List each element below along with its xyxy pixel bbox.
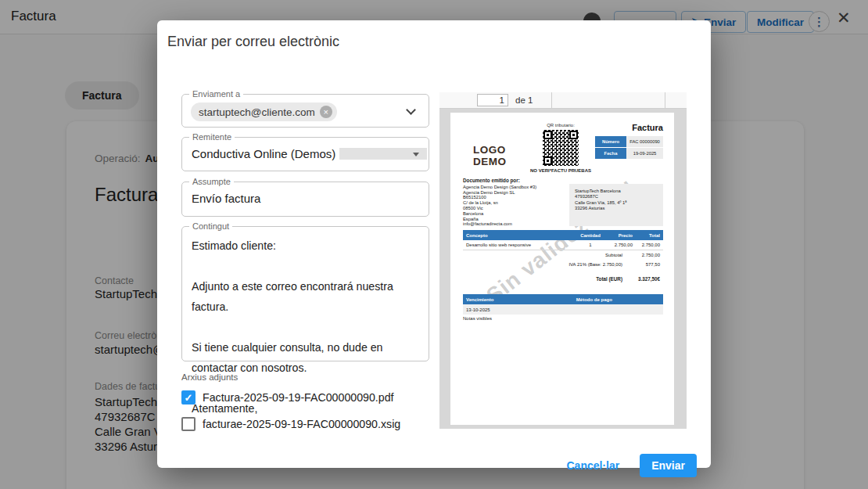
attachment-checkbox[interactable]: [181, 390, 195, 405]
issuer-block: Documento emitido por: Agencia Demo Desi…: [463, 178, 536, 227]
attachments-label: Arxius adjunts: [181, 372, 238, 382]
summary-row: IVA 21% (Base: 2.750,00) 577,50: [463, 260, 663, 269]
send-email-dialog: Enviar per correu electrònic Enviament a…: [157, 20, 711, 468]
attachment-name: facturae-2025-09-19-FAC00000090.xsig: [203, 418, 400, 430]
recipient-field[interactable]: Enviament a startuptech@cliente.com ×: [181, 94, 429, 128]
invoice-page: Sin validez legal LOGO DEMO QR tributari…: [450, 113, 674, 425]
screen: Factura ➤ Enviar Modificar ⋮ ✕ Factura O…: [0, 0, 868, 489]
meta-label: Fecha: [595, 148, 626, 159]
qr-label: QR tributario:: [525, 123, 596, 128]
chevron-down-icon[interactable]: [406, 105, 416, 115]
meta-label: Número: [595, 136, 626, 147]
company-logo: LOGO DEMO: [473, 144, 507, 167]
attachment-row[interactable]: Factura-2025-09-19-FAC00000090.pdf: [181, 388, 432, 407]
message-body-label: Contingut: [189, 221, 232, 231]
sender-field-label: Remitente: [189, 132, 235, 142]
subject-field-label: Assumpte: [189, 177, 234, 186]
send-button[interactable]: Enviar: [640, 454, 697, 477]
cancel-button[interactable]: Cancel·lar: [566, 459, 619, 472]
sender-field[interactable]: Remitente Conductiva Online (Demos): [181, 137, 429, 171]
payment-table: Vencimiento Método de pago 13-10-2025: [463, 294, 663, 315]
message-body-field[interactable]: Contingut Estimado cliente: Adjunto a es…: [181, 226, 429, 361]
summary-row: Subtotal 2.750,00: [463, 250, 663, 260]
recipient-chip-text: startuptech@cliente.com: [199, 106, 315, 118]
attachment-name: Factura-2025-09-19-FAC00000090.pdf: [203, 391, 394, 404]
invoice-notes: Notas visibles: [463, 316, 492, 321]
client-block: StartupTech Barcelona 47932687C Calle Gr…: [569, 184, 663, 226]
subject-value: Envío factura: [192, 192, 260, 205]
recipient-field-label: Enviament a: [189, 89, 243, 99]
qr-caption: NO VERI*FACTU PRUEBAS: [510, 168, 612, 173]
attachment-checkbox[interactable]: [181, 417, 195, 431]
page-count-label: de 1: [515, 95, 533, 105]
meta-value: FAC 00000090: [626, 136, 663, 147]
invoice-meta-table: Número FAC 00000090 Fecha 19-09-2025: [595, 136, 663, 160]
meta-value: 19-09-2025: [626, 148, 663, 159]
sender-value: Conductiva Online (Demos): [192, 147, 427, 160]
pdf-preview-pane: de 1 Sin validez legal LOGO DEMO QR trib…: [439, 92, 687, 429]
pdf-toolbar: de 1: [439, 92, 687, 109]
attachment-row[interactable]: facturae-2025-09-19-FAC00000090.xsig: [181, 415, 432, 433]
page-number-input[interactable]: [477, 94, 508, 106]
toolbar-divider: [665, 92, 665, 108]
dialog-footer: Cancel·lar Enviar: [566, 454, 697, 477]
item-row: Desarrollo sitio web responsive 1 2.750,…: [463, 240, 663, 250]
summary-total-row: Total (EUR) 3.327,50€: [463, 273, 663, 284]
dialog-title: Enviar per correu electrònic: [167, 34, 339, 50]
qr-code: [543, 130, 579, 166]
subject-field[interactable]: Assumpte Envío factura: [181, 182, 429, 217]
toolbar-divider: [551, 92, 552, 108]
pdf-document-area[interactable]: Sin validez legal LOGO DEMO QR tributari…: [439, 109, 687, 429]
recipient-chip[interactable]: startuptech@cliente.com ×: [191, 102, 337, 121]
items-table: Concepto Cantidad Precio Total Desarroll…: [463, 230, 663, 284]
invoice-doc-title: Factura: [632, 123, 663, 132]
chip-remove-icon[interactable]: ×: [320, 106, 332, 118]
dropdown-caret-icon[interactable]: [413, 153, 419, 156]
